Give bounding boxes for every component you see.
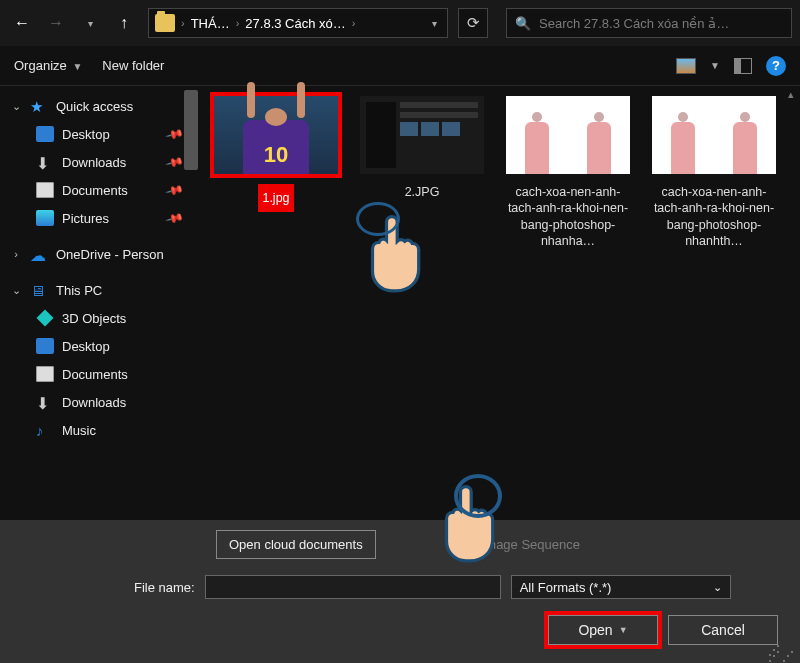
checkbox-label: Image Sequence	[482, 537, 580, 552]
bottom-panel: Open cloud documents Image Sequence File…	[0, 520, 800, 663]
pin-icon: 📌	[165, 124, 185, 144]
forward-button[interactable]: →	[42, 9, 70, 37]
desktop-icon	[36, 126, 54, 142]
tree-label: Desktop	[62, 127, 110, 142]
chevron-down-icon: ⌄	[10, 284, 22, 297]
chevron-down-icon: ▼	[710, 60, 720, 71]
jersey-number: 10	[243, 142, 309, 168]
tree-item-this-pc[interactable]: ⌄ 🖥 This PC	[0, 276, 200, 304]
filename-input[interactable]	[205, 575, 501, 599]
open-cloud-documents-button[interactable]: Open cloud documents	[216, 530, 376, 559]
breadcrumb-segment[interactable]: THÁ…	[191, 16, 230, 31]
file-item[interactable]: cach-xoa-nen-anh-tach-anh-ra-khoi-nen-ba…	[650, 96, 778, 249]
view-mode-button[interactable]	[676, 58, 696, 74]
tree-item-documents2[interactable]: Documents	[0, 360, 200, 388]
file-name: cach-xoa-nen-anh-tach-anh-ra-khoi-nen-ba…	[650, 184, 778, 249]
file-type-select[interactable]: All Formats (*.*) ⌄	[511, 575, 731, 599]
cloud-icon: ☁	[30, 246, 48, 262]
tree-label: Pictures	[62, 211, 109, 226]
chevron-right-icon: ›	[236, 17, 240, 29]
star-icon: ★	[30, 98, 48, 114]
search-box[interactable]: 🔍	[506, 8, 792, 38]
tree-label: Downloads	[62, 155, 126, 170]
new-folder-button[interactable]: New folder	[102, 58, 164, 73]
file-name: cach-xoa-nen-anh-tach-anh-ra-khoi-nen-ba…	[504, 184, 632, 249]
tree-label: This PC	[56, 283, 102, 298]
tree-label: Documents	[62, 183, 128, 198]
pin-icon: 📌	[165, 152, 185, 172]
chevron-right-icon: ›	[181, 17, 185, 29]
folder-icon	[155, 14, 175, 32]
image-sequence-checkbox[interactable]: Image Sequence	[462, 537, 580, 552]
back-button[interactable]: ←	[8, 9, 36, 37]
address-bar: ← → ▾ ↑ › THÁ… › 27.8.3 Cách xó… › ▾ ⟳ 🔍	[0, 0, 800, 46]
document-icon	[36, 182, 54, 198]
dialog-body: ⌄ ★ Quick access Desktop 📌 ⬇ Downloads 📌…	[0, 86, 800, 520]
resize-grip[interactable]: ⋰⋰⋰	[768, 647, 796, 659]
checkbox-box[interactable]	[462, 538, 476, 552]
refresh-button[interactable]: ⟳	[458, 8, 488, 38]
up-button[interactable]: ↑	[110, 9, 138, 37]
scroll-up-icon[interactable]: ▴	[788, 88, 794, 101]
pin-icon: 📌	[165, 180, 185, 200]
music-icon: ♪	[36, 422, 54, 438]
cube-icon	[37, 310, 54, 327]
file-item[interactable]: cach-xoa-nen-anh-tach-anh-ra-khoi-nen-ba…	[504, 96, 632, 249]
file-item[interactable]: 2.JPG	[358, 96, 486, 249]
scrollbar-thumb[interactable]	[184, 90, 198, 170]
file-thumbnail	[360, 96, 484, 174]
file-item[interactable]: 10 1.jpg	[212, 96, 340, 249]
tree-label: Quick access	[56, 99, 133, 114]
file-name: 1.jpg	[258, 184, 293, 212]
filename-label: File name:	[134, 580, 195, 595]
picture-icon	[36, 210, 54, 226]
file-thumbnail	[652, 96, 776, 174]
tree-label: Music	[62, 423, 96, 438]
chevron-right-icon: ›	[352, 17, 356, 29]
tree-item-desktop2[interactable]: Desktop	[0, 332, 200, 360]
chevron-down-icon: ⌄	[10, 100, 22, 113]
search-icon: 🔍	[515, 16, 531, 31]
chevron-down-icon: ▼	[72, 61, 82, 72]
download-icon: ⬇	[36, 154, 54, 170]
tree-label: Desktop	[62, 339, 110, 354]
breadcrumb[interactable]: › THÁ… › 27.8.3 Cách xó… › ▾	[148, 8, 448, 38]
breadcrumb-segment[interactable]: 27.8.3 Cách xó…	[245, 16, 345, 31]
tree-item-3d-objects[interactable]: 3D Objects	[0, 304, 200, 332]
file-open-dialog: ← → ▾ ↑ › THÁ… › 27.8.3 Cách xó… › ▾ ⟳ 🔍…	[0, 0, 800, 663]
tree-item-downloads2[interactable]: ⬇ Downloads	[0, 388, 200, 416]
chevron-down-icon[interactable]: ▾	[432, 18, 437, 29]
organize-label: Organize	[14, 58, 67, 73]
document-icon	[36, 366, 54, 382]
open-button[interactable]: Open ▼	[548, 615, 658, 645]
desktop-icon	[36, 338, 54, 354]
file-list[interactable]: ▴ 10 1.jpg 2.JPG	[200, 86, 800, 520]
pc-icon: 🖥	[30, 282, 48, 298]
tree-item-onedrive[interactable]: › ☁ OneDrive - Person	[0, 240, 200, 268]
tree-label: Downloads	[62, 395, 126, 410]
chevron-right-icon: ›	[10, 248, 22, 260]
open-label: Open	[578, 622, 612, 638]
organize-menu[interactable]: Organize ▼	[14, 58, 82, 73]
download-icon: ⬇	[36, 394, 54, 410]
tree-item-pictures[interactable]: Pictures 📌	[0, 204, 200, 232]
help-button[interactable]: ?	[766, 56, 786, 76]
search-input[interactable]	[539, 16, 783, 31]
tree-item-music[interactable]: ♪ Music	[0, 416, 200, 444]
tree-label: OneDrive - Person	[56, 247, 164, 262]
tree-item-desktop[interactable]: Desktop 📌	[0, 120, 200, 148]
file-name: 2.JPG	[405, 184, 440, 200]
file-thumbnail: 10	[214, 96, 338, 174]
tree-item-documents[interactable]: Documents 📌	[0, 176, 200, 204]
file-type-value: All Formats (*.*)	[520, 580, 612, 595]
tree-label: Documents	[62, 367, 128, 382]
tree-item-quick-access[interactable]: ⌄ ★ Quick access	[0, 92, 200, 120]
navigation-tree[interactable]: ⌄ ★ Quick access Desktop 📌 ⬇ Downloads 📌…	[0, 86, 200, 520]
toolbar: Organize ▼ New folder ▼ ?	[0, 46, 800, 86]
tree-item-downloads[interactable]: ⬇ Downloads 📌	[0, 148, 200, 176]
preview-pane-button[interactable]	[734, 58, 752, 74]
recent-locations-dropdown[interactable]: ▾	[76, 9, 104, 37]
cancel-button[interactable]: Cancel	[668, 615, 778, 645]
chevron-down-icon: ⌄	[713, 581, 722, 594]
split-chevron-icon[interactable]: ▼	[619, 625, 628, 635]
